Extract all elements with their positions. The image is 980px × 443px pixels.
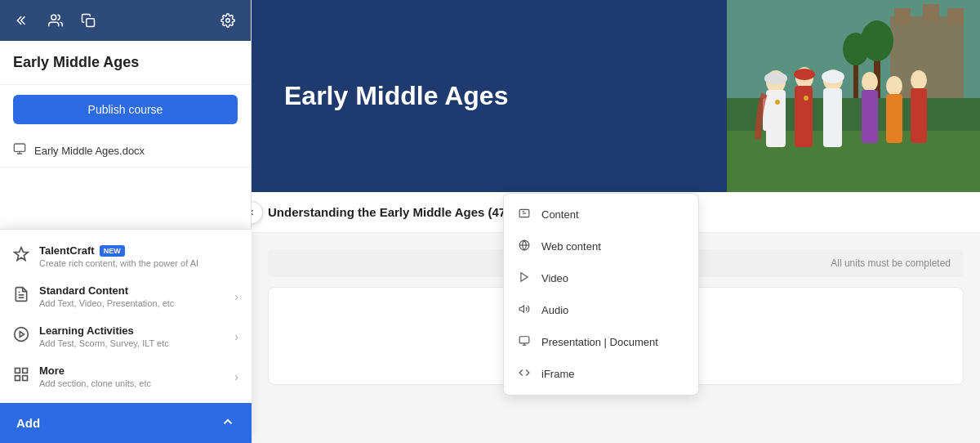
course-file-item[interactable]: Early Middle Ages.docx bbox=[0, 134, 251, 168]
add-panel-item-talentcraft[interactable]: TalentCraft NEW Create rich content, wit… bbox=[0, 236, 252, 276]
dropdown-iframe-label: iFrame bbox=[541, 368, 574, 380]
add-button-bar[interactable]: Add bbox=[0, 403, 252, 443]
settings-button[interactable] bbox=[215, 7, 241, 34]
svg-rect-20 bbox=[947, 8, 964, 25]
learning-activities-title: Learning Activities bbox=[39, 324, 169, 337]
add-panel-item-more[interactable]: More Add section, clone units, etc › bbox=[0, 356, 252, 396]
back-button[interactable] bbox=[10, 7, 36, 34]
svg-rect-12 bbox=[23, 369, 28, 374]
learning-activities-info: Learning Activities Add Test, Scorm, Sur… bbox=[39, 324, 169, 348]
toolbar-left-buttons bbox=[10, 7, 101, 34]
svg-rect-25 bbox=[727, 131, 980, 192]
talentcraft-content: TalentCraft NEW Create rich content, wit… bbox=[13, 244, 198, 268]
svg-point-24 bbox=[843, 33, 869, 65]
standard-content-info: Standard Content Add Text, Video, Presen… bbox=[39, 284, 174, 308]
iframe-icon bbox=[517, 367, 532, 381]
talentcraft-icon bbox=[13, 246, 29, 266]
dropdown-item-presentation[interactable]: Presentation | Document bbox=[504, 326, 698, 358]
svg-point-38 bbox=[886, 76, 902, 96]
svg-rect-37 bbox=[862, 90, 878, 143]
add-panel: TalentCraft NEW Create rich content, wit… bbox=[0, 229, 252, 443]
publish-course-button[interactable]: Publish course bbox=[13, 95, 238, 124]
svg-point-2 bbox=[226, 19, 230, 23]
talentcraft-desc: Create rich content, with the power of A… bbox=[39, 258, 198, 268]
add-panel-items: TalentCraft NEW Create rich content, wit… bbox=[0, 230, 252, 403]
main-content: Early Middle Ages bbox=[252, 0, 980, 443]
more-left: More Add section, clone units, etc bbox=[13, 365, 151, 388]
hero-banner: Early Middle Ages bbox=[252, 0, 980, 192]
content-icon bbox=[517, 208, 532, 222]
users-button[interactable] bbox=[42, 7, 69, 34]
video-icon bbox=[517, 271, 532, 285]
file-name: Early Middle Ages.docx bbox=[34, 145, 145, 157]
dropdown-item-audio[interactable]: Audio bbox=[504, 294, 698, 326]
audio-icon bbox=[517, 303, 532, 317]
dropdown-presentation-label: Presentation | Document bbox=[541, 336, 658, 348]
standard-content-desc: Add Text, Video, Presentation, etc bbox=[39, 298, 174, 308]
svg-rect-30 bbox=[795, 86, 813, 147]
more-icon bbox=[13, 366, 29, 387]
unit-completion-text: All units must be completed bbox=[831, 257, 951, 269]
talentcraft-title-row: TalentCraft NEW bbox=[39, 244, 198, 257]
dropdown-item-web-content[interactable]: Web content bbox=[504, 230, 698, 262]
svg-point-33 bbox=[764, 72, 787, 85]
standard-content-title: Standard Content bbox=[39, 284, 174, 297]
svg-point-42 bbox=[775, 100, 780, 105]
talentcraft-info: TalentCraft NEW Create rich content, wit… bbox=[39, 244, 198, 268]
add-panel-item-learning-activities[interactable]: Learning Activities Add Test, Scorm, Sur… bbox=[0, 316, 252, 356]
svg-point-43 bbox=[804, 96, 808, 101]
sidebar-toolbar bbox=[0, 0, 251, 41]
more-chevron: › bbox=[234, 370, 238, 383]
svg-point-35 bbox=[822, 70, 844, 83]
svg-point-40 bbox=[911, 70, 927, 90]
dropdown-menu: Content Web content Video Audio Presenta bbox=[503, 193, 699, 396]
svg-rect-32 bbox=[823, 88, 842, 147]
svg-rect-19 bbox=[923, 4, 939, 20]
svg-rect-13 bbox=[23, 376, 28, 381]
add-panel-item-standard-content[interactable]: Standard Content Add Text, Video, Presen… bbox=[0, 276, 252, 316]
svg-rect-14 bbox=[16, 376, 20, 381]
dropdown-item-iframe[interactable]: iFrame bbox=[504, 358, 698, 390]
dropdown-video-label: Video bbox=[541, 272, 568, 284]
add-button-chevron-icon bbox=[220, 414, 235, 432]
presentation-icon bbox=[517, 335, 532, 349]
svg-point-0 bbox=[51, 15, 56, 20]
svg-point-9 bbox=[15, 328, 29, 342]
svg-rect-11 bbox=[16, 369, 20, 374]
talentcraft-title: TalentCraft bbox=[39, 244, 95, 257]
dropdown-content-label: Content bbox=[541, 208, 579, 221]
sidebar: Early Middle Ages Publish course Early M… bbox=[0, 0, 252, 443]
more-desc: Add section, clone units, etc bbox=[39, 378, 151, 388]
svg-point-34 bbox=[794, 69, 815, 80]
add-button-label: Add bbox=[16, 416, 40, 430]
standard-content-chevron: › bbox=[234, 290, 238, 303]
svg-rect-1 bbox=[87, 19, 95, 27]
more-info: More Add section, clone units, etc bbox=[39, 365, 151, 388]
hero-image bbox=[727, 0, 980, 192]
more-title: More bbox=[39, 365, 151, 377]
learning-activities-chevron: › bbox=[234, 330, 238, 343]
svg-rect-50 bbox=[519, 337, 529, 343]
new-badge: NEW bbox=[100, 245, 125, 257]
dropdown-item-video[interactable]: Video bbox=[504, 262, 698, 294]
svg-marker-49 bbox=[519, 306, 523, 312]
svg-marker-48 bbox=[521, 273, 528, 282]
course-title: Early Middle Ages bbox=[0, 41, 251, 85]
standard-content-icon bbox=[13, 286, 29, 307]
svg-marker-10 bbox=[20, 332, 24, 338]
svg-rect-3 bbox=[14, 144, 24, 151]
file-icon bbox=[13, 142, 26, 159]
svg-rect-41 bbox=[911, 88, 927, 143]
dropdown-item-content[interactable]: Content bbox=[504, 199, 698, 230]
svg-point-36 bbox=[862, 72, 878, 92]
hero-title: Early Middle Ages bbox=[252, 81, 541, 111]
learning-activities-icon bbox=[13, 326, 29, 347]
web-content-icon bbox=[517, 239, 532, 253]
svg-rect-18 bbox=[894, 8, 911, 25]
svg-rect-39 bbox=[886, 94, 902, 143]
dropdown-web-content-label: Web content bbox=[541, 240, 601, 253]
copy-button[interactable] bbox=[75, 7, 101, 34]
svg-marker-6 bbox=[15, 248, 29, 261]
dropdown-audio-label: Audio bbox=[541, 304, 568, 316]
learning-activities-left: Learning Activities Add Test, Scorm, Sur… bbox=[13, 324, 169, 348]
